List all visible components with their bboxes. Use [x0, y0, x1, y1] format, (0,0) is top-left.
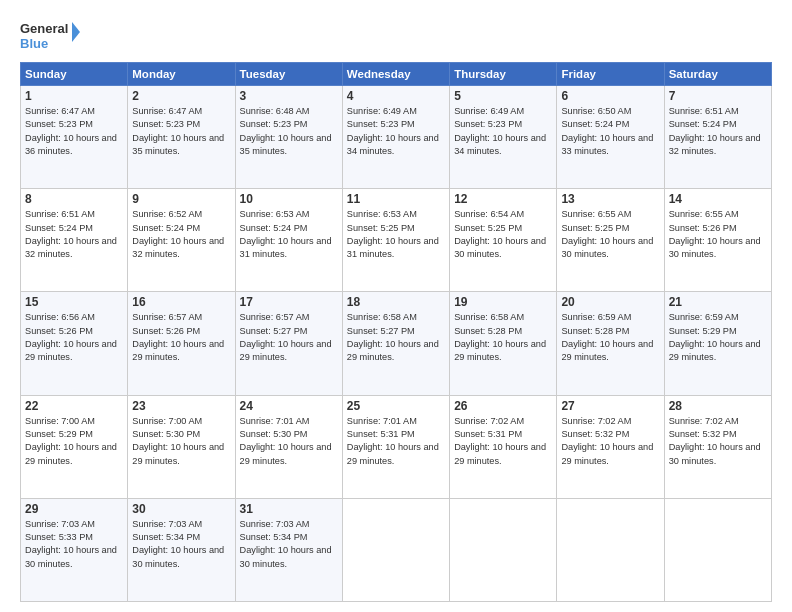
generalblue-logo-icon: General Blue	[20, 18, 80, 54]
day-number: 26	[454, 399, 552, 413]
calendar-cell: 7Sunrise: 6:51 AMSunset: 5:24 PMDaylight…	[664, 86, 771, 189]
day-info: Sunrise: 6:57 AMSunset: 5:26 PMDaylight:…	[132, 312, 224, 362]
day-number: 24	[240, 399, 338, 413]
calendar-cell: 16Sunrise: 6:57 AMSunset: 5:26 PMDayligh…	[128, 292, 235, 395]
day-info: Sunrise: 6:53 AMSunset: 5:25 PMDaylight:…	[347, 209, 439, 259]
calendar-cell: 17Sunrise: 6:57 AMSunset: 5:27 PMDayligh…	[235, 292, 342, 395]
day-info: Sunrise: 7:01 AMSunset: 5:31 PMDaylight:…	[347, 416, 439, 466]
day-number: 1	[25, 89, 123, 103]
day-info: Sunrise: 7:00 AMSunset: 5:29 PMDaylight:…	[25, 416, 117, 466]
calendar-cell: 27Sunrise: 7:02 AMSunset: 5:32 PMDayligh…	[557, 395, 664, 498]
calendar-cell: 8Sunrise: 6:51 AMSunset: 5:24 PMDaylight…	[21, 189, 128, 292]
day-info: Sunrise: 6:49 AMSunset: 5:23 PMDaylight:…	[454, 106, 546, 156]
calendar-cell: 15Sunrise: 6:56 AMSunset: 5:26 PMDayligh…	[21, 292, 128, 395]
day-number: 9	[132, 192, 230, 206]
day-number: 15	[25, 295, 123, 309]
calendar-cell: 9Sunrise: 6:52 AMSunset: 5:24 PMDaylight…	[128, 189, 235, 292]
weekday-header-thursday: Thursday	[450, 63, 557, 86]
day-info: Sunrise: 7:02 AMSunset: 5:31 PMDaylight:…	[454, 416, 546, 466]
calendar-cell: 14Sunrise: 6:55 AMSunset: 5:26 PMDayligh…	[664, 189, 771, 292]
day-info: Sunrise: 6:52 AMSunset: 5:24 PMDaylight:…	[132, 209, 224, 259]
day-number: 20	[561, 295, 659, 309]
calendar-cell: 19Sunrise: 6:58 AMSunset: 5:28 PMDayligh…	[450, 292, 557, 395]
weekday-header-friday: Friday	[557, 63, 664, 86]
day-info: Sunrise: 6:54 AMSunset: 5:25 PMDaylight:…	[454, 209, 546, 259]
calendar-cell	[450, 498, 557, 601]
calendar-cell: 28Sunrise: 7:02 AMSunset: 5:32 PMDayligh…	[664, 395, 771, 498]
day-number: 13	[561, 192, 659, 206]
day-info: Sunrise: 7:03 AMSunset: 5:34 PMDaylight:…	[240, 519, 332, 569]
day-number: 31	[240, 502, 338, 516]
svg-text:General: General	[20, 21, 68, 36]
day-info: Sunrise: 6:50 AMSunset: 5:24 PMDaylight:…	[561, 106, 653, 156]
day-info: Sunrise: 7:03 AMSunset: 5:34 PMDaylight:…	[132, 519, 224, 569]
day-info: Sunrise: 6:56 AMSunset: 5:26 PMDaylight:…	[25, 312, 117, 362]
day-number: 16	[132, 295, 230, 309]
weekday-header-tuesday: Tuesday	[235, 63, 342, 86]
day-info: Sunrise: 6:55 AMSunset: 5:26 PMDaylight:…	[669, 209, 761, 259]
calendar-cell: 29Sunrise: 7:03 AMSunset: 5:33 PMDayligh…	[21, 498, 128, 601]
calendar-week-5: 29Sunrise: 7:03 AMSunset: 5:33 PMDayligh…	[21, 498, 772, 601]
calendar-week-3: 15Sunrise: 6:56 AMSunset: 5:26 PMDayligh…	[21, 292, 772, 395]
calendar-cell: 12Sunrise: 6:54 AMSunset: 5:25 PMDayligh…	[450, 189, 557, 292]
day-number: 7	[669, 89, 767, 103]
calendar-table: SundayMondayTuesdayWednesdayThursdayFrid…	[20, 62, 772, 602]
weekday-header-saturday: Saturday	[664, 63, 771, 86]
calendar-cell: 6Sunrise: 6:50 AMSunset: 5:24 PMDaylight…	[557, 86, 664, 189]
day-number: 22	[25, 399, 123, 413]
day-number: 8	[25, 192, 123, 206]
calendar-cell	[664, 498, 771, 601]
day-number: 21	[669, 295, 767, 309]
day-info: Sunrise: 6:53 AMSunset: 5:24 PMDaylight:…	[240, 209, 332, 259]
svg-marker-2	[72, 22, 80, 42]
day-number: 28	[669, 399, 767, 413]
calendar-cell	[557, 498, 664, 601]
day-number: 23	[132, 399, 230, 413]
weekday-header-wednesday: Wednesday	[342, 63, 449, 86]
day-info: Sunrise: 6:57 AMSunset: 5:27 PMDaylight:…	[240, 312, 332, 362]
day-info: Sunrise: 6:59 AMSunset: 5:29 PMDaylight:…	[669, 312, 761, 362]
day-number: 5	[454, 89, 552, 103]
calendar-cell: 2Sunrise: 6:47 AMSunset: 5:23 PMDaylight…	[128, 86, 235, 189]
day-number: 12	[454, 192, 552, 206]
weekday-header-monday: Monday	[128, 63, 235, 86]
calendar-week-4: 22Sunrise: 7:00 AMSunset: 5:29 PMDayligh…	[21, 395, 772, 498]
calendar-cell: 21Sunrise: 6:59 AMSunset: 5:29 PMDayligh…	[664, 292, 771, 395]
day-number: 25	[347, 399, 445, 413]
day-info: Sunrise: 6:47 AMSunset: 5:23 PMDaylight:…	[25, 106, 117, 156]
page: General Blue SundayMondayTuesdayWednesda…	[0, 0, 792, 612]
calendar-cell: 11Sunrise: 6:53 AMSunset: 5:25 PMDayligh…	[342, 189, 449, 292]
weekday-header-sunday: Sunday	[21, 63, 128, 86]
logo: General Blue	[20, 18, 80, 54]
day-info: Sunrise: 6:58 AMSunset: 5:27 PMDaylight:…	[347, 312, 439, 362]
svg-text:Blue: Blue	[20, 36, 48, 51]
weekday-header-row: SundayMondayTuesdayWednesdayThursdayFrid…	[21, 63, 772, 86]
calendar-cell: 3Sunrise: 6:48 AMSunset: 5:23 PMDaylight…	[235, 86, 342, 189]
calendar-cell: 5Sunrise: 6:49 AMSunset: 5:23 PMDaylight…	[450, 86, 557, 189]
day-number: 4	[347, 89, 445, 103]
calendar-cell: 20Sunrise: 6:59 AMSunset: 5:28 PMDayligh…	[557, 292, 664, 395]
calendar-cell: 13Sunrise: 6:55 AMSunset: 5:25 PMDayligh…	[557, 189, 664, 292]
day-info: Sunrise: 7:02 AMSunset: 5:32 PMDaylight:…	[561, 416, 653, 466]
calendar-cell: 26Sunrise: 7:02 AMSunset: 5:31 PMDayligh…	[450, 395, 557, 498]
day-number: 19	[454, 295, 552, 309]
calendar-cell: 24Sunrise: 7:01 AMSunset: 5:30 PMDayligh…	[235, 395, 342, 498]
day-number: 30	[132, 502, 230, 516]
day-number: 27	[561, 399, 659, 413]
calendar-cell: 10Sunrise: 6:53 AMSunset: 5:24 PMDayligh…	[235, 189, 342, 292]
calendar-week-2: 8Sunrise: 6:51 AMSunset: 5:24 PMDaylight…	[21, 189, 772, 292]
calendar-cell: 30Sunrise: 7:03 AMSunset: 5:34 PMDayligh…	[128, 498, 235, 601]
day-number: 29	[25, 502, 123, 516]
calendar-cell: 4Sunrise: 6:49 AMSunset: 5:23 PMDaylight…	[342, 86, 449, 189]
day-number: 18	[347, 295, 445, 309]
day-info: Sunrise: 6:48 AMSunset: 5:23 PMDaylight:…	[240, 106, 332, 156]
calendar-cell	[342, 498, 449, 601]
day-info: Sunrise: 6:59 AMSunset: 5:28 PMDaylight:…	[561, 312, 653, 362]
day-info: Sunrise: 7:01 AMSunset: 5:30 PMDaylight:…	[240, 416, 332, 466]
day-info: Sunrise: 7:02 AMSunset: 5:32 PMDaylight:…	[669, 416, 761, 466]
day-info: Sunrise: 6:47 AMSunset: 5:23 PMDaylight:…	[132, 106, 224, 156]
calendar-cell: 31Sunrise: 7:03 AMSunset: 5:34 PMDayligh…	[235, 498, 342, 601]
calendar-cell: 1Sunrise: 6:47 AMSunset: 5:23 PMDaylight…	[21, 86, 128, 189]
day-info: Sunrise: 6:55 AMSunset: 5:25 PMDaylight:…	[561, 209, 653, 259]
day-info: Sunrise: 7:00 AMSunset: 5:30 PMDaylight:…	[132, 416, 224, 466]
